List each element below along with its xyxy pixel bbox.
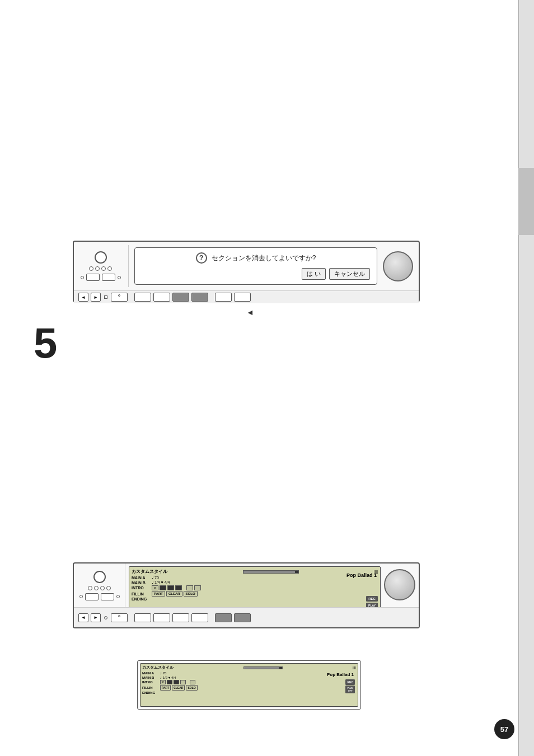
top-btn-6[interactable] bbox=[172, 293, 189, 302]
page-number: 57 bbox=[494, 719, 514, 739]
rect-btn-3[interactable] bbox=[85, 593, 99, 600]
lcd2-intro-2[interactable] bbox=[174, 680, 179, 684]
small-circles-row-2 bbox=[88, 586, 111, 590]
section-main-b: MAIN B ♩ 1/4 ♥ 4/4 bbox=[132, 580, 201, 585]
bottom-btn-3[interactable] bbox=[111, 613, 128, 622]
section-main-a: MAIN A ♩ 70 bbox=[132, 575, 201, 580]
clear-button-1[interactable]: CLEAR bbox=[166, 591, 182, 597]
question-icon: ? bbox=[196, 252, 207, 264]
top-btn-4[interactable] bbox=[134, 293, 151, 302]
led-3 bbox=[101, 266, 106, 271]
arrow-right-btn[interactable]: ► bbox=[91, 293, 101, 302]
panel2-btn-row: ◄ ► bbox=[74, 607, 419, 627]
btn-indicator bbox=[118, 294, 120, 297]
cancel-button[interactable]: キャンセル bbox=[329, 268, 370, 280]
led-2-4 bbox=[106, 586, 111, 590]
clear-button-2[interactable]: CLEAR bbox=[172, 685, 185, 691]
solo-button-1[interactable]: SOLO bbox=[184, 591, 198, 597]
bottom-btn-8[interactable] bbox=[215, 613, 232, 622]
panel-left-controls bbox=[77, 245, 129, 287]
lcd-title-1: カスタムスタイル bbox=[132, 569, 167, 575]
small-circles-row bbox=[89, 266, 112, 271]
top-btn-5[interactable] bbox=[153, 293, 170, 302]
top-panel-btn-row: ◄ ► bbox=[74, 290, 419, 303]
intro-btn-4[interactable] bbox=[186, 585, 193, 590]
dialog-question-row: ? セクションを消去してよいですか? bbox=[196, 252, 316, 264]
btn-dot-circle bbox=[104, 295, 107, 299]
top-btn-3[interactable] bbox=[111, 293, 128, 302]
section-intro-label: INTRO bbox=[132, 586, 151, 590]
top-btn-8[interactable] bbox=[215, 293, 232, 302]
lcd-info-area: MAIN A ♩ 70 MAIN B ♩ 1/4 ♥ 4/4 INTRO P bbox=[132, 575, 378, 601]
led-2 bbox=[95, 266, 100, 271]
rect-btn-2[interactable] bbox=[102, 274, 115, 281]
bottom-btn-6[interactable] bbox=[172, 613, 189, 622]
intro-btn-1[interactable] bbox=[160, 585, 166, 590]
song-name-2: Pop Ballad 1 bbox=[327, 672, 354, 677]
led-1 bbox=[89, 266, 93, 271]
arrow-left-btn-2[interactable]: ◄ bbox=[78, 613, 88, 622]
rect-btn-4[interactable] bbox=[101, 593, 114, 600]
lcd2-progress-bar bbox=[243, 666, 283, 669]
lcd-sections-list: MAIN A ♩ 70 MAIN B ♩ 1/4 ♥ 4/4 INTRO P bbox=[132, 575, 201, 601]
section-fillin: FILLIN PART CLEAR SOLO bbox=[132, 591, 201, 597]
main-knob-top[interactable] bbox=[383, 251, 413, 281]
lcd2-intro-4[interactable] bbox=[190, 680, 195, 684]
yes-button[interactable]: は い bbox=[302, 268, 326, 280]
rec-button-2[interactable]: REC bbox=[345, 679, 355, 685]
solo-button-2[interactable]: SOLO bbox=[186, 685, 197, 691]
play-button-2[interactable]: PLAYOFF bbox=[345, 685, 355, 693]
small-dot-3 bbox=[79, 595, 83, 598]
bottom-btn-5[interactable] bbox=[153, 613, 170, 622]
top-btn-7[interactable] bbox=[191, 293, 208, 302]
led-2-1 bbox=[88, 586, 92, 590]
rec-button-1[interactable]: REC bbox=[366, 596, 378, 602]
lcd2-intro-3[interactable] bbox=[180, 680, 186, 684]
lcd2-intro-1[interactable] bbox=[167, 680, 172, 684]
dialog-box: ? セクションを消去してよいですか? は い キャンセル bbox=[134, 247, 377, 285]
lcd2-indicator: |||| bbox=[353, 666, 356, 669]
rect-controls-row-2 bbox=[79, 593, 120, 600]
beat-line: ♩ 1/4 ♥ 4/4 bbox=[152, 580, 170, 585]
dialog-buttons-row: は い キャンセル bbox=[142, 268, 370, 280]
part-button-1[interactable]: PART bbox=[152, 591, 165, 597]
small-dot-2 bbox=[118, 276, 121, 279]
lcd2-progress-fill bbox=[279, 667, 282, 669]
section-fillin-label: FILLIN bbox=[132, 592, 151, 596]
small-dot bbox=[81, 276, 84, 279]
section-ending-label: ENDING bbox=[132, 597, 151, 601]
lcd2-ending: ENDING bbox=[142, 691, 198, 694]
led-2-3 bbox=[100, 586, 105, 590]
bottom-btn-9[interactable] bbox=[234, 613, 251, 622]
led-4 bbox=[107, 266, 112, 271]
beat-symbol: ♩ bbox=[152, 575, 153, 580]
lcd-title-row: カスタムスタイル |||| bbox=[132, 569, 378, 575]
led-2-2 bbox=[94, 586, 99, 590]
lcd2-ending-label: ENDING bbox=[142, 691, 159, 694]
lcd2-intro-label: INTRO bbox=[142, 680, 159, 684]
btn-dot-circle-2 bbox=[104, 616, 107, 619]
bottom-btn-7[interactable] bbox=[191, 613, 208, 622]
part-button-2[interactable]: PART bbox=[160, 685, 171, 691]
section-intro: INTRO P bbox=[132, 585, 201, 590]
arrow-left-btn[interactable]: ◄ bbox=[78, 293, 88, 302]
section-main-a-label: MAIN A bbox=[132, 576, 151, 580]
intro-btn-5[interactable] bbox=[194, 585, 201, 590]
power-circle-2 bbox=[93, 571, 106, 583]
lcd2-fillin: FILLIN PART CLEAR SOLO bbox=[142, 685, 198, 691]
main-knob-2[interactable] bbox=[384, 569, 415, 600]
lcd-progress-bar bbox=[243, 570, 299, 574]
rect-btn-1[interactable] bbox=[86, 274, 100, 281]
small-dot-4 bbox=[116, 595, 120, 598]
triangle-marker-top: ◄ bbox=[246, 308, 254, 317]
lcd2-intro-p[interactable]: P bbox=[160, 680, 166, 684]
top-btn-9[interactable] bbox=[234, 293, 251, 302]
section-main-b-label: MAIN B bbox=[132, 581, 151, 585]
section-ending: ENDING bbox=[132, 597, 201, 601]
arrow-right-btn-2[interactable]: ► bbox=[91, 613, 101, 622]
intro-btn-3[interactable] bbox=[175, 585, 182, 590]
bottom-btn-4[interactable] bbox=[134, 613, 151, 622]
power-circle bbox=[95, 251, 107, 264]
intro-btn-p[interactable]: P bbox=[152, 585, 158, 590]
intro-btn-2[interactable] bbox=[167, 585, 174, 590]
